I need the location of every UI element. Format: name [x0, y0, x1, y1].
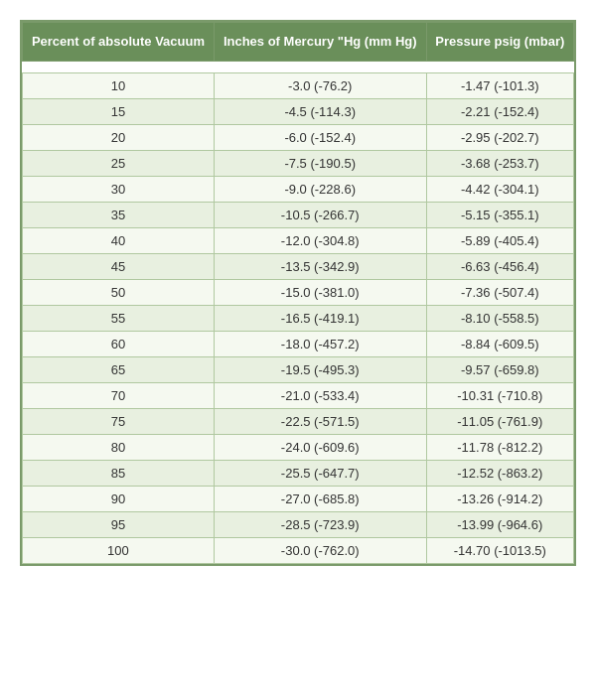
table-row: 55-16.5 (-419.1)-8.10 (-558.5)	[23, 306, 574, 332]
table-row: 85-25.5 (-647.7)-12.52 (-863.2)	[23, 461, 574, 487]
cell-vacuum: 75	[23, 409, 215, 435]
cell-mercury: -6.0 (-152.4)	[214, 125, 426, 151]
cell-vacuum: 85	[23, 461, 215, 487]
table-row: 15-4.5 (-114.3)-2.21 (-152.4)	[23, 99, 574, 125]
cell-pressure: -3.68 (-253.7)	[426, 151, 573, 177]
cell-mercury: -9.0 (-228.6)	[214, 177, 426, 203]
table-header-row: Percent of absolute Vacuum Inches of Mer…	[23, 23, 574, 62]
cell-vacuum: 65	[23, 357, 215, 383]
cell-vacuum: 20	[23, 125, 215, 151]
cell-pressure: -13.99 (-964.6)	[426, 512, 573, 538]
cell-pressure: -6.63 (-456.4)	[426, 254, 573, 280]
cell-pressure: -9.57 (-659.8)	[426, 357, 573, 383]
cell-pressure: -8.10 (-558.5)	[426, 306, 573, 332]
cell-pressure: -5.89 (-405.4)	[426, 228, 573, 254]
cell-mercury: -28.5 (-723.9)	[214, 512, 426, 538]
cell-vacuum: 30	[23, 177, 215, 203]
cell-pressure: -11.05 (-761.9)	[426, 409, 573, 435]
cell-vacuum: 35	[23, 203, 215, 228]
cell-mercury: -24.0 (-609.6)	[214, 435, 426, 461]
col-header-mercury: Inches of Mercury "Hg (mm Hg)	[214, 23, 426, 62]
cell-pressure: -5.15 (-355.1)	[426, 203, 573, 228]
table-row: 25-7.5 (-190.5)-3.68 (-253.7)	[23, 151, 574, 177]
cell-vacuum: 10	[23, 73, 215, 99]
header-spacer-row	[23, 62, 574, 73]
table-row: 100-30.0 (-762.0)-14.70 (-1013.5)	[23, 538, 574, 564]
cell-pressure: -2.21 (-152.4)	[426, 99, 573, 125]
table-row: 45-13.5 (-342.9)-6.63 (-456.4)	[23, 254, 574, 280]
table-row: 35-10.5 (-266.7)-5.15 (-355.1)	[23, 203, 574, 228]
cell-pressure: -8.84 (-609.5)	[426, 332, 573, 357]
cell-mercury: -3.0 (-76.2)	[214, 73, 426, 99]
cell-pressure: -12.52 (-863.2)	[426, 461, 573, 487]
cell-vacuum: 60	[23, 332, 215, 357]
cell-pressure: -10.31 (-710.8)	[426, 383, 573, 409]
cell-vacuum: 100	[23, 538, 215, 564]
cell-mercury: -30.0 (-762.0)	[214, 538, 426, 564]
header-spacer-cell	[23, 62, 574, 73]
cell-vacuum: 55	[23, 306, 215, 332]
cell-vacuum: 95	[23, 512, 215, 538]
cell-pressure: -1.47 (-101.3)	[426, 73, 573, 99]
table-row: 20-6.0 (-152.4)-2.95 (-202.7)	[23, 125, 574, 151]
cell-vacuum: 15	[23, 99, 215, 125]
table-row: 70-21.0 (-533.4)-10.31 (-710.8)	[23, 383, 574, 409]
cell-pressure: -13.26 (-914.2)	[426, 487, 573, 512]
cell-pressure: -11.78 (-812.2)	[426, 435, 573, 461]
vacuum-table: Percent of absolute Vacuum Inches of Mer…	[20, 20, 576, 566]
table-row: 40-12.0 (-304.8)-5.89 (-405.4)	[23, 228, 574, 254]
table-row: 80-24.0 (-609.6)-11.78 (-812.2)	[23, 435, 574, 461]
cell-mercury: -7.5 (-190.5)	[214, 151, 426, 177]
cell-mercury: -10.5 (-266.7)	[214, 203, 426, 228]
cell-mercury: -25.5 (-647.7)	[214, 461, 426, 487]
cell-mercury: -27.0 (-685.8)	[214, 487, 426, 512]
table-row: 10-3.0 (-76.2)-1.47 (-101.3)	[23, 73, 574, 99]
cell-mercury: -13.5 (-342.9)	[214, 254, 426, 280]
table-row: 60-18.0 (-457.2)-8.84 (-609.5)	[23, 332, 574, 357]
table-row: 90-27.0 (-685.8)-13.26 (-914.2)	[23, 487, 574, 512]
col-header-pressure: Pressure psig (mbar)	[426, 23, 573, 62]
table-row: 30-9.0 (-228.6)-4.42 (-304.1)	[23, 177, 574, 203]
cell-mercury: -15.0 (-381.0)	[214, 280, 426, 306]
table-row: 50-15.0 (-381.0)-7.36 (-507.4)	[23, 280, 574, 306]
cell-mercury: -21.0 (-533.4)	[214, 383, 426, 409]
cell-vacuum: 50	[23, 280, 215, 306]
table-row: 95-28.5 (-723.9)-13.99 (-964.6)	[23, 512, 574, 538]
cell-mercury: -12.0 (-304.8)	[214, 228, 426, 254]
cell-vacuum: 90	[23, 487, 215, 512]
cell-mercury: -16.5 (-419.1)	[214, 306, 426, 332]
table-row: 75-22.5 (-571.5)-11.05 (-761.9)	[23, 409, 574, 435]
cell-mercury: -18.0 (-457.2)	[214, 332, 426, 357]
cell-mercury: -19.5 (-495.3)	[214, 357, 426, 383]
col-header-vacuum: Percent of absolute Vacuum	[23, 23, 215, 62]
cell-mercury: -22.5 (-571.5)	[214, 409, 426, 435]
cell-pressure: -14.70 (-1013.5)	[426, 538, 573, 564]
cell-pressure: -2.95 (-202.7)	[426, 125, 573, 151]
cell-pressure: -4.42 (-304.1)	[426, 177, 573, 203]
cell-vacuum: 80	[23, 435, 215, 461]
table-row: 65-19.5 (-495.3)-9.57 (-659.8)	[23, 357, 574, 383]
cell-vacuum: 40	[23, 228, 215, 254]
cell-pressure: -7.36 (-507.4)	[426, 280, 573, 306]
cell-vacuum: 45	[23, 254, 215, 280]
cell-vacuum: 70	[23, 383, 215, 409]
cell-vacuum: 25	[23, 151, 215, 177]
cell-mercury: -4.5 (-114.3)	[214, 99, 426, 125]
